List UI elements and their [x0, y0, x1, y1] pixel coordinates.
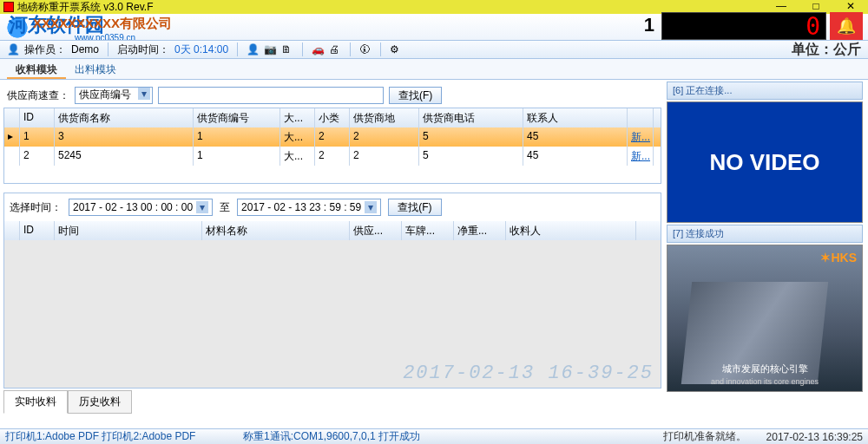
status-printer-ready: 打印机准备就绪。 [663, 429, 746, 444]
supplier-field-combo[interactable]: 供应商编号 [75, 87, 153, 104]
operator-value: Demo [71, 43, 99, 56]
table-row[interactable]: 2 52451 大...2 25 45新... [4, 147, 661, 166]
user2-icon[interactable]: 👤 [247, 43, 259, 56]
camera-icon[interactable]: 📷 [264, 43, 276, 56]
status-com: 称重1通讯:COM1,9600,7,0,1 打开成功 [243, 429, 420, 444]
supplier-quick-label: 供应商速查： [7, 88, 69, 103]
user-icon: 👤 [7, 43, 19, 56]
tab-in[interactable]: 收料模块 [7, 59, 66, 79]
status-bar: 打印机1:Adobe PDF 打印机2:Adobe PDF 称重1通讯:COM1… [0, 428, 868, 444]
print-icon[interactable]: 🖨 [329, 43, 341, 56]
video2-panel: ✶HKS 城市发展的核心引擎 and innovation its core e… [667, 245, 863, 392]
runtime-value: 0天 0:14:00 [174, 42, 228, 57]
tab-history[interactable]: 历史收料 [68, 390, 132, 414]
records-grid-header: ID 时间材料名称 供应...车牌... 净重...收料人 [4, 221, 661, 240]
tab-out[interactable]: 出料模块 [66, 59, 125, 79]
records-grid: 选择时间： 2017 - 02 - 13 00 : 00 : 00▾ 至 201… [3, 193, 661, 388]
car-icon[interactable]: 🚗 [312, 43, 324, 56]
video-caption: 城市发展的核心引擎 [667, 362, 862, 375]
video-logo: ✶HKS [820, 251, 857, 264]
unit-label: 单位：公斤 [792, 41, 861, 59]
lcd-index: 1 [644, 14, 654, 36]
runtime-label: 启动时间： [117, 42, 169, 57]
status-printers: 打印机1:Adobe PDF 打印机2:Adobe PDF [5, 429, 195, 444]
date-from-input[interactable]: 2017 - 02 - 13 00 : 00 : 00▾ [69, 199, 213, 216]
date-to-input[interactable]: 2017 - 02 - 13 23 : 59 : 59▾ [237, 199, 381, 216]
supplier-grid: ID 供货商名称供货商编号 大...小类 供货商地供货商电话 联系人 ▸1 31… [3, 108, 661, 184]
rss-icon[interactable]: 🛈 [359, 43, 372, 56]
chevron-down-icon: ▾ [196, 201, 208, 213]
supplier-grid-header: ID 供货商名称供货商编号 大...小类 供货商地供货商电话 联系人 [4, 108, 661, 127]
alarm-bell-icon[interactable]: 🔔 [830, 12, 863, 40]
gear-icon[interactable]: ⚙ [390, 43, 402, 56]
doc-icon[interactable]: 🗎 [281, 43, 293, 56]
timestamp-watermark: 2017-02-13 16-39-25 [403, 362, 654, 384]
video-caption-en: and innovation its core engines [667, 377, 862, 386]
status-datetime: 2017-02-13 16:39:25 [766, 431, 863, 443]
video2-status-label: [7] 连接成功 [667, 225, 863, 243]
supplier-search-button[interactable]: 查找(F) [389, 87, 442, 104]
supplier-search-input[interactable] [158, 87, 384, 104]
date-label: 选择时间： [10, 200, 62, 215]
table-row[interactable]: ▸1 31 大...2 25 45新... [4, 127, 661, 147]
lcd-display: 0 [661, 12, 826, 40]
video1-status-label: [6] 正在连接... [667, 82, 863, 100]
tab-realtime[interactable]: 实时收料 [3, 390, 68, 414]
chevron-down-icon: ▾ [365, 201, 377, 213]
company-name: XXXXXXXXXX有限公司 [33, 16, 172, 32]
operator-label: 操作员： [24, 42, 66, 57]
date-search-button[interactable]: 查找(F) [388, 199, 441, 216]
video1-panel: NO VIDEO [667, 101, 863, 223]
date-to-label: 至 [220, 200, 230, 215]
